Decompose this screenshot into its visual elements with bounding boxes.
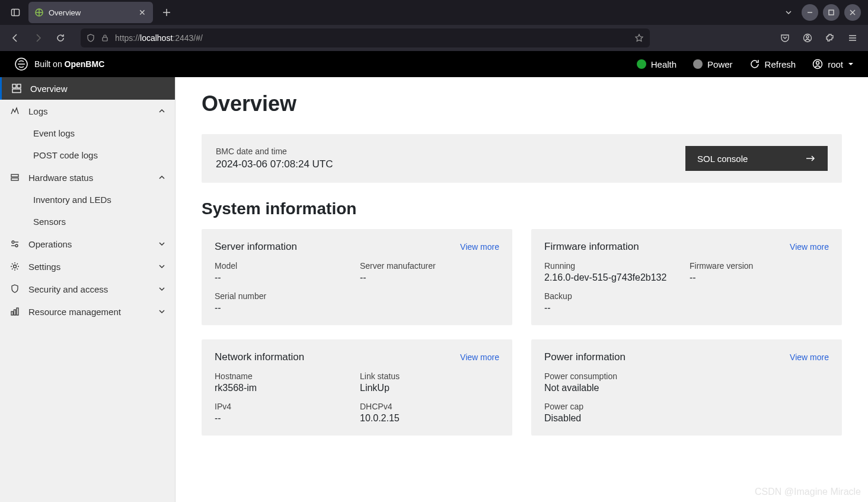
chevron-up-icon xyxy=(158,174,165,181)
sidebar-label: Overview xyxy=(30,84,68,94)
bookmark-icon[interactable] xyxy=(634,33,644,43)
lock-icon xyxy=(101,34,109,42)
field-value: 10.0.2.15 xyxy=(360,413,499,424)
view-more-link[interactable]: View more xyxy=(790,242,829,252)
sidebar-item-overview[interactable]: Overview xyxy=(0,77,175,100)
svg-rect-30 xyxy=(17,308,18,315)
url-text: https://localhost:2443/#/ xyxy=(115,33,203,43)
bmc-datetime-label: BMC date and time xyxy=(216,147,333,156)
health-dot-icon xyxy=(637,59,646,69)
sidebar-item-sensors[interactable]: Sensors xyxy=(0,211,175,233)
address-bar[interactable]: https://localhost:2443/#/ xyxy=(81,28,650,47)
sidebar-item-settings[interactable]: Settings xyxy=(0,255,175,278)
server-info-card: Server information View more Model-- Ser… xyxy=(202,229,512,325)
field-label: IPv4 xyxy=(215,402,354,411)
new-tab-button[interactable] xyxy=(160,6,173,19)
user-icon xyxy=(812,59,823,69)
shield-icon xyxy=(9,284,20,294)
hardware-icon xyxy=(9,172,20,183)
power-status[interactable]: Power xyxy=(693,59,733,69)
svg-rect-6 xyxy=(829,10,834,15)
back-button[interactable] xyxy=(6,28,25,47)
view-more-link[interactable]: View more xyxy=(460,242,499,252)
svg-rect-21 xyxy=(11,174,18,177)
main-content: Overview BMC date and time 2024-03-06 07… xyxy=(175,77,868,502)
field-label: Running xyxy=(544,261,684,271)
refresh-icon xyxy=(749,59,760,69)
account-icon[interactable] xyxy=(798,28,817,47)
field-value: Not available xyxy=(544,383,829,393)
chevron-down-icon xyxy=(848,61,854,67)
svg-rect-0 xyxy=(12,9,20,16)
reload-button[interactable] xyxy=(51,28,70,47)
view-more-link[interactable]: View more xyxy=(790,352,829,362)
firmware-info-card: Firmware information View more Running2.… xyxy=(531,229,842,325)
browser-tab[interactable]: Overview ✕ xyxy=(28,2,153,23)
refresh-button[interactable]: Refresh xyxy=(749,59,796,69)
sol-console-button[interactable]: SOL console xyxy=(685,146,828,171)
field-label: Link status xyxy=(360,371,499,381)
sidebar-item-logs[interactable]: Logs xyxy=(0,100,175,122)
sidebar-label: Settings xyxy=(28,262,60,272)
bmc-card: BMC date and time 2024-03-06 07:08:24 UT… xyxy=(202,134,842,183)
sidebar-item-operations[interactable]: Operations xyxy=(0,233,175,255)
card-title: Server information xyxy=(215,241,297,253)
card-title: Network information xyxy=(215,351,304,363)
field-value: 2.16.0-dev-515-g743fe2b132 xyxy=(544,272,684,283)
field-label: Model xyxy=(215,261,354,271)
bmc-datetime-value: 2024-03-06 07:08:24 UTC xyxy=(216,158,333,170)
sidebar-item-security[interactable]: Security and access xyxy=(0,278,175,300)
menu-icon[interactable] xyxy=(843,28,862,47)
chevron-up-icon xyxy=(158,107,165,115)
field-value: -- xyxy=(215,413,354,424)
brand-logo-icon xyxy=(14,57,28,71)
svg-point-25 xyxy=(15,244,18,247)
field-label: Serial number xyxy=(215,291,354,301)
browser-toolbar: https://localhost:2443/#/ xyxy=(0,25,868,51)
svg-rect-28 xyxy=(11,312,13,315)
health-status[interactable]: Health xyxy=(637,59,676,69)
view-more-link[interactable]: View more xyxy=(460,352,499,362)
sidebar-item-resource-management[interactable]: Resource management xyxy=(0,300,175,323)
network-info-card: Network information View more Hostnamerk… xyxy=(202,339,512,436)
field-label: DHCPv4 xyxy=(360,402,499,411)
extensions-icon[interactable] xyxy=(821,28,840,47)
sidebar-panel-icon[interactable] xyxy=(7,4,24,21)
svg-rect-20 xyxy=(12,89,21,93)
field-label: Power consumption xyxy=(544,371,829,381)
user-menu[interactable]: root xyxy=(812,59,854,69)
sidebar-label: Security and access xyxy=(28,284,108,294)
svg-point-17 xyxy=(816,62,819,65)
sidebar-item-hardware-status[interactable]: Hardware status xyxy=(0,166,175,189)
card-title: Firmware information xyxy=(544,241,639,253)
maximize-icon[interactable] xyxy=(823,4,840,21)
resource-icon xyxy=(9,306,20,317)
svg-rect-9 xyxy=(103,37,107,41)
field-value: -- xyxy=(215,272,354,283)
sidebar-label: Hardware status xyxy=(28,173,93,183)
sidebar-label: Operations xyxy=(28,239,72,249)
pocket-icon[interactable] xyxy=(776,28,794,47)
sidebar: Overview Logs Event logs POST code logs … xyxy=(0,77,175,502)
svg-rect-22 xyxy=(11,178,18,180)
power-dot-icon xyxy=(693,59,703,69)
forward-button xyxy=(28,28,47,47)
brand: Built on OpenBMC xyxy=(14,57,104,71)
tabs-dropdown-icon[interactable] xyxy=(780,4,797,21)
arrow-right-icon xyxy=(805,153,816,164)
favicon-icon xyxy=(34,8,44,17)
field-value: Disabled xyxy=(544,413,829,424)
close-window-icon[interactable] xyxy=(844,4,861,21)
tab-title: Overview xyxy=(49,8,133,17)
svg-rect-29 xyxy=(14,310,16,315)
chevron-down-icon xyxy=(158,308,165,315)
gear-icon xyxy=(9,261,20,272)
operations-icon xyxy=(9,239,20,249)
sidebar-item-event-logs[interactable]: Event logs xyxy=(0,122,175,144)
tab-close-icon[interactable]: ✕ xyxy=(138,7,147,18)
minimize-icon[interactable] xyxy=(802,4,818,21)
logs-icon xyxy=(9,106,20,116)
sidebar-item-inventory-leds[interactable]: Inventory and LEDs xyxy=(0,189,175,211)
shield-icon xyxy=(87,34,95,42)
sidebar-item-post-code-logs[interactable]: POST code logs xyxy=(0,144,175,166)
